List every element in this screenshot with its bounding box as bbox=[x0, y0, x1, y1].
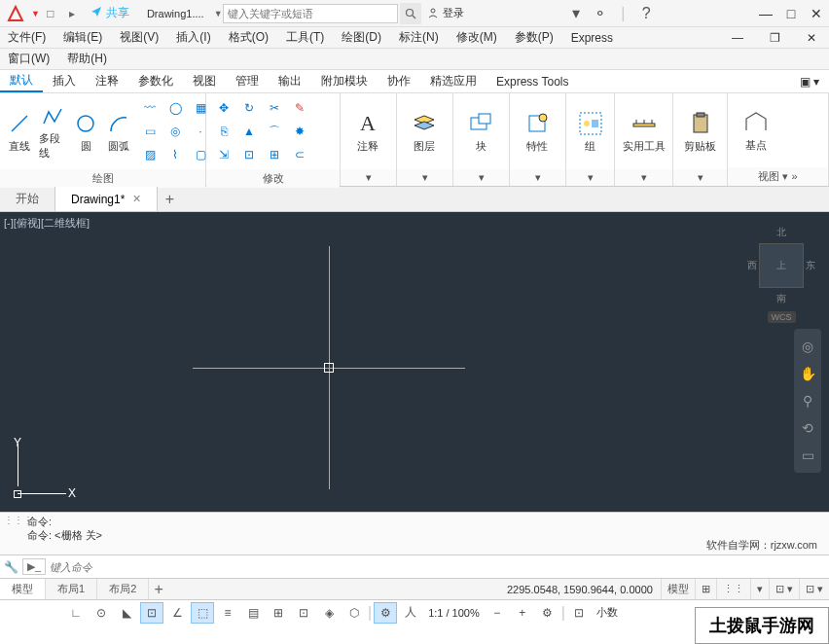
tool-layer[interactable]: 图层 bbox=[403, 110, 446, 154]
new-tab-button[interactable]: + bbox=[158, 191, 181, 208]
iso-icon[interactable]: ◣ bbox=[115, 602, 138, 624]
tool-group[interactable]: 组 bbox=[572, 110, 608, 154]
panel-base-label[interactable]: 视图 ▾ » bbox=[728, 167, 828, 186]
stretch-icon[interactable]: ⇲ bbox=[212, 144, 235, 165]
cart-icon[interactable]: ▾ bbox=[564, 4, 588, 22]
login-button[interactable]: 登录 bbox=[427, 6, 464, 20]
3d-icon[interactable]: ⬡ bbox=[342, 602, 366, 624]
snap-toggle[interactable]: ⋮⋮ bbox=[716, 579, 750, 599]
menu-param[interactable]: 参数(P) bbox=[515, 29, 554, 46]
ribbon-expand[interactable]: ▣ ▾ bbox=[790, 70, 829, 92]
dyn-icon[interactable]: ⬚ bbox=[191, 602, 214, 624]
pan-icon[interactable]: ✋ bbox=[798, 364, 817, 383]
share-button[interactable]: 共享 bbox=[90, 5, 129, 21]
move-icon[interactable]: ✥ bbox=[212, 97, 235, 119]
grip-icon[interactable]: ⋮⋮⋮ bbox=[4, 515, 33, 525]
help-icon[interactable]: ? bbox=[634, 5, 658, 22]
region-icon[interactable]: ▨ bbox=[138, 144, 162, 165]
search-button[interactable] bbox=[400, 3, 421, 24]
ortho-icon[interactable]: ∟ bbox=[64, 602, 88, 624]
menu-window[interactable]: 窗口(W) bbox=[8, 51, 50, 67]
tool-polyline[interactable]: 多段线 bbox=[39, 102, 66, 161]
fillet-icon[interactable]: ⌒ bbox=[263, 121, 286, 142]
menu-dimension[interactable]: 标注(N) bbox=[399, 29, 439, 46]
mirror-icon[interactable]: ▲ bbox=[237, 121, 261, 142]
tab-view[interactable]: 视图 bbox=[183, 70, 226, 92]
tab-layout2[interactable]: 布局2 bbox=[97, 579, 149, 599]
tab-manage[interactable]: 管理 bbox=[226, 70, 269, 92]
spline-icon[interactable]: 〰 bbox=[138, 97, 162, 119]
tab-default[interactable]: 默认 bbox=[0, 70, 43, 92]
tab-layout1[interactable]: 布局1 bbox=[46, 579, 97, 599]
showmotion-icon[interactable]: ▭ bbox=[798, 446, 817, 465]
menu-edit[interactable]: 编辑(E) bbox=[63, 29, 102, 46]
menu-file[interactable]: 文件(F) bbox=[8, 29, 46, 46]
dropdown-icon[interactable]: ▼ bbox=[31, 9, 40, 18]
modelspace-button[interactable]: 模型 bbox=[661, 579, 695, 599]
command-input[interactable] bbox=[50, 561, 825, 573]
tab-addon[interactable]: 附加模块 bbox=[311, 70, 378, 92]
panel-group-drop[interactable]: ▾ bbox=[566, 169, 614, 186]
tab-output[interactable]: 输出 bbox=[269, 70, 311, 92]
copy-icon[interactable]: ⎘ bbox=[212, 121, 235, 142]
array-icon[interactable]: ⊞ bbox=[263, 144, 286, 165]
panel-modify-label[interactable]: 修改 bbox=[206, 169, 340, 188]
tab-drawing1[interactable]: Drawing1*✕ bbox=[55, 187, 158, 211]
tool-line[interactable]: 直线 bbox=[6, 110, 33, 154]
drop2[interactable]: ⊡ ▾ bbox=[769, 579, 799, 599]
menu-format[interactable]: 格式(O) bbox=[229, 29, 269, 46]
doc-minimize[interactable]: — bbox=[728, 31, 747, 45]
viewport-info[interactable]: [-][俯视][二维线框] bbox=[4, 216, 90, 231]
ellipse-icon[interactable]: ◯ bbox=[163, 97, 187, 119]
search-input[interactable] bbox=[223, 4, 398, 23]
rect-icon[interactable]: ▭ bbox=[138, 121, 162, 142]
wcs-label[interactable]: WCS bbox=[768, 311, 796, 323]
lwt-icon[interactable]: ≡ bbox=[216, 602, 239, 624]
menu-express[interactable]: Express bbox=[571, 31, 613, 45]
scale-text[interactable]: 1:1 / 100% bbox=[424, 607, 484, 619]
tool-clip[interactable]: 剪贴板 bbox=[679, 110, 721, 154]
gear-icon[interactable]: ⚙ bbox=[536, 602, 559, 624]
menu-modify[interactable]: 修改(M) bbox=[456, 29, 497, 46]
helix-icon[interactable]: ⌇ bbox=[163, 144, 187, 165]
tab-start[interactable]: 开始 bbox=[0, 187, 55, 211]
view-cube[interactable]: 北 西 上 东 南 WCS bbox=[747, 226, 815, 323]
new-icon[interactable]: □ bbox=[40, 3, 61, 24]
as-icon[interactable]: 人 bbox=[399, 602, 422, 624]
zoom-in-icon[interactable]: + bbox=[511, 602, 534, 624]
tab-collab[interactable]: 协作 bbox=[378, 70, 420, 92]
explode-icon[interactable]: ✸ bbox=[288, 121, 311, 142]
tab-featured[interactable]: 精选应用 bbox=[420, 70, 487, 92]
wheel-icon[interactable]: ◎ bbox=[798, 337, 817, 356]
tpy-icon[interactable]: ▤ bbox=[241, 602, 265, 624]
units-icon[interactable]: ⊡ bbox=[567, 602, 591, 624]
panel-clip-drop[interactable]: ▾ bbox=[673, 169, 727, 186]
tool-prop[interactable]: 特性 bbox=[516, 110, 559, 154]
panel-block-drop[interactable]: ▾ bbox=[453, 169, 509, 186]
tool-circle[interactable]: 圆 bbox=[72, 110, 99, 154]
drawing-canvas[interactable]: [-][俯视][二维线框] Y X 北 西 上 东 南 WCS ◎ ✋ ⚲ ⟲ … bbox=[0, 212, 829, 512]
close-button[interactable]: ✕ bbox=[804, 1, 829, 26]
offset-icon[interactable]: ⊂ bbox=[288, 144, 311, 165]
panel-annotate-drop[interactable]: ▾ bbox=[341, 169, 396, 186]
orbit-icon[interactable]: ⟲ bbox=[798, 418, 817, 438]
dropdown-icon[interactable]: ▼ bbox=[214, 9, 223, 18]
tab-model[interactable]: 模型 bbox=[0, 579, 46, 599]
scale-icon[interactable]: ⊡ bbox=[237, 144, 261, 165]
menu-view[interactable]: 视图(V) bbox=[120, 29, 159, 46]
tool-base[interactable]: 基点 bbox=[734, 109, 778, 153]
polar-icon[interactable]: ⊙ bbox=[90, 602, 113, 624]
drop1[interactable]: ▾ bbox=[750, 579, 769, 599]
sc-icon[interactable]: ⊡ bbox=[292, 602, 315, 624]
am-icon[interactable]: ◈ bbox=[317, 602, 341, 624]
erase-icon[interactable]: ✎ bbox=[288, 97, 311, 119]
menu-help[interactable]: 帮助(H) bbox=[67, 51, 107, 67]
tab-annotate[interactable]: 注释 bbox=[86, 70, 128, 92]
osnap-icon[interactable]: ⊡ bbox=[140, 602, 163, 624]
zoom-out-icon[interactable]: − bbox=[486, 602, 509, 624]
tool-block[interactable]: 块 bbox=[459, 110, 502, 154]
panel-layer-drop[interactable]: ▾ bbox=[397, 169, 452, 186]
customize-icon[interactable]: 🔧 bbox=[4, 560, 18, 574]
tab-insert[interactable]: 插入 bbox=[43, 70, 86, 92]
tool-arc[interactable]: 圆弧 bbox=[105, 110, 132, 154]
